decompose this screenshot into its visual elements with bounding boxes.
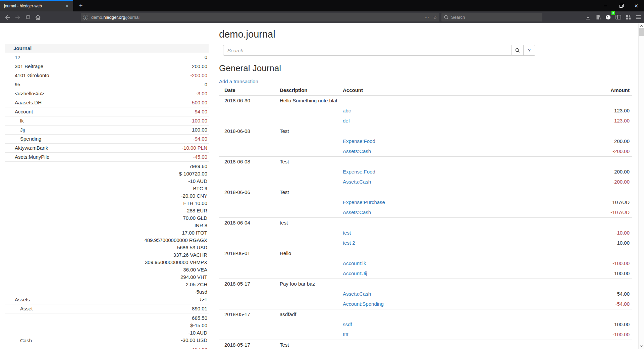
journal-search-input[interactable] — [223, 45, 512, 56]
transaction: 2018-05-17Test — [219, 340, 632, 349]
sidebar-account-link[interactable]: Aktywa:mBank — [5, 145, 48, 151]
sidebar-account-link[interactable]: Spending — [5, 136, 41, 142]
back-button[interactable] — [3, 13, 13, 22]
downloads-button[interactable] — [583, 12, 593, 22]
posting-amount: -10.00 — [558, 228, 632, 238]
sidebar-journal-link[interactable]: Journal — [5, 45, 32, 52]
transaction-title-row[interactable]: 2018-06-01Hello — [219, 248, 632, 258]
balance-amount: -94.00 — [193, 108, 207, 115]
posting-account-cell: test — [337, 228, 558, 238]
page-scrollbar[interactable] — [638, 23, 644, 349]
posting-account-link[interactable]: ssdf — [343, 321, 352, 327]
extension-button[interactable]: 0 — [603, 12, 613, 22]
sidebar-account-link[interactable]: Asets:MunyPile — [5, 154, 49, 160]
transaction-title-row[interactable]: 2018-05-17Test — [219, 340, 632, 349]
posting-account-link[interactable]: abc — [343, 108, 351, 113]
sidebar-account-link[interactable]: Jij — [5, 127, 25, 133]
posting-account-link[interactable]: Expense:Food — [343, 138, 375, 144]
balance-amount: -10 AUD — [181, 329, 207, 337]
transaction-description: Hello — [274, 248, 337, 258]
sidebar-account-link[interactable]: 4101 Girokonto — [5, 72, 49, 79]
window-restore-button[interactable] — [613, 0, 629, 11]
sidebar-account-link[interactable]: 95 — [5, 81, 20, 88]
spacer-cell — [274, 207, 337, 217]
posting-account-cell: tttt — [337, 330, 558, 340]
transaction-title-row[interactable]: 2018-05-17Pay foo bar baz — [219, 279, 632, 289]
spacer-cell — [337, 157, 558, 167]
posting-account-link[interactable]: Assets:Cash — [343, 209, 371, 215]
posting-amount: -10 AUD — [558, 207, 632, 217]
browser-tab[interactable]: journal - hledger-web × — [0, 0, 73, 11]
posting-row: test-10.00 — [219, 228, 632, 238]
transaction-title-row[interactable]: 2018-06-30Hello Something note:blah — [219, 96, 632, 106]
toolbar-search[interactable]: Search — [441, 13, 542, 21]
site-info-icon[interactable]: i — [83, 15, 88, 20]
posting-account-link[interactable]: Account:Spending — [343, 301, 384, 307]
journal-search-button[interactable] — [512, 45, 524, 56]
sidebar-account-link[interactable]: Account — [5, 108, 33, 115]
posting-account-link[interactable]: Expense:Purchase — [343, 199, 385, 205]
posting-account-link[interactable]: Account:Jij — [343, 270, 367, 276]
tab-title: journal - hledger-web — [4, 4, 64, 8]
home-button[interactable] — [33, 13, 43, 22]
menu-button[interactable] — [633, 12, 643, 22]
sidebar-account-link[interactable]: lk — [5, 117, 24, 124]
page-actions-icon[interactable]: ⋯ — [425, 15, 430, 20]
url-text[interactable]: demo.hledger.org/journal — [91, 15, 425, 20]
sidebar-account-link[interactable]: Asset — [5, 305, 33, 312]
new-tab-button[interactable]: + — [76, 1, 85, 10]
search-help-button[interactable]: ? — [524, 45, 535, 56]
spacer-cell — [337, 279, 558, 289]
reload-icon — [25, 15, 31, 20]
page-content: Journal 120301 Beiträge200.004101 Giroko… — [0, 23, 638, 349]
transaction-title-row[interactable]: 2018-05-17asdfadf — [219, 309, 632, 319]
sidebar-account-link[interactable]: Aaasets:DH — [5, 99, 42, 106]
restore-icon — [620, 5, 623, 8]
posting-row: Account:Jij100.00 — [219, 268, 632, 279]
sidebar-account-row: Asets:MunyPile-45.00 — [5, 153, 209, 162]
forward-button[interactable] — [13, 13, 23, 22]
sidebar-accounts: 120301 Beiträge200.004101 Girokonto-200.… — [5, 53, 209, 349]
library-button[interactable] — [593, 12, 603, 22]
transaction-title-row[interactable]: 2018-06-06Test — [219, 187, 632, 197]
sidebar-account-link[interactable]: Assets — [5, 296, 30, 303]
tab-close-icon[interactable]: × — [64, 3, 70, 9]
spacer-cell — [219, 299, 274, 309]
minimize-icon — [604, 6, 607, 6]
transaction-title-row[interactable]: 2018-06-08Test — [219, 126, 632, 136]
posting-account-link[interactable]: test — [343, 230, 351, 236]
scrollbar-thumb[interactable] — [639, 28, 644, 36]
url-bar[interactable]: i demo.hledger.org/journal ⋯ ☆ — [81, 13, 439, 21]
spacer-cell — [558, 96, 632, 106]
sidebar-account-balance: -10.00 PLN — [182, 145, 209, 151]
posting-account-cell: Assets:Cash — [337, 289, 558, 299]
transaction-title-row[interactable]: 2018-06-08Test — [219, 157, 632, 167]
posting-account-link[interactable]: test 2 — [343, 240, 355, 246]
sidebar-account-link[interactable]: Cash — [5, 337, 32, 344]
add-transaction-link[interactable]: Add a transaction — [219, 79, 258, 84]
spacer-cell — [558, 218, 632, 228]
scroll-down-icon[interactable] — [639, 344, 644, 348]
posting-account-link[interactable]: Assets:Cash — [343, 179, 371, 185]
sidebar-account-link[interactable]: 301 Beiträge — [5, 63, 43, 70]
posting-account-link[interactable]: Assets:Cash — [343, 148, 371, 154]
bookmark-star-icon[interactable]: ☆ — [433, 14, 437, 20]
transaction-title-row[interactable]: 2018-06-04test — [219, 218, 632, 228]
spacer-cell — [274, 197, 337, 207]
posting-row: abc123.00 — [219, 106, 632, 116]
sidebar-account-link[interactable]: 12 — [5, 54, 20, 61]
window-minimize-button[interactable] — [598, 0, 613, 11]
posting-account-link[interactable]: def — [343, 118, 350, 123]
reload-button[interactable] — [23, 13, 33, 22]
scroll-up-icon[interactable] — [639, 24, 644, 28]
posting-account-link[interactable]: Account:lk — [343, 260, 366, 266]
posting-account-link[interactable]: tttt — [343, 332, 348, 337]
window-close-button[interactable]: ✕ — [629, 0, 644, 11]
spacer-cell — [219, 238, 274, 248]
posting-account-link[interactable]: Expense:Food — [343, 169, 375, 174]
sidebar-account-row: lk-100.00 — [5, 116, 209, 126]
posting-account-cell: Assets:Cash — [337, 207, 558, 217]
sidebar-account-link[interactable]: <u>hello</u> — [5, 90, 44, 97]
posting-account-link[interactable]: Assets:Cash — [343, 291, 371, 297]
extensions-grid-button[interactable] — [623, 12, 633, 22]
